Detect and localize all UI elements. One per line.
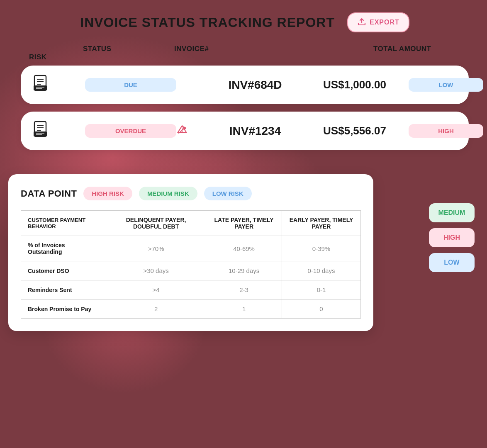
panel-header: DATA POINT HIGH RISK MEDIUM RISK LOW RIS… (21, 187, 361, 200)
cell-dso-medium: 10-29 days (206, 261, 282, 280)
cell-dso-low: 0-10 days (282, 261, 360, 280)
cell-reminders-medium: 2-3 (206, 280, 282, 299)
row-label-reminders: Reminders Sent (21, 280, 106, 299)
col-header-invoice: INVOICE# (174, 45, 373, 53)
export-button[interactable]: EXPORT (347, 12, 409, 32)
col-header-risk: RISK (29, 53, 83, 61)
invoice-amount-2: US$5,556.07 (301, 124, 409, 137)
th-medium: LATE PAYER, TIMELY PAYER (206, 211, 282, 236)
status-badge-due: DUE (85, 78, 176, 92)
cell-invoices-medium: 40-69% (206, 236, 282, 261)
column-headers: STATUS INVOICE# TOTAL AMOUNT RISK (21, 45, 469, 61)
cell-promise-high: 2 (106, 299, 206, 319)
escalation-icon (176, 124, 209, 138)
cell-reminders-low: 0-1 (282, 280, 360, 299)
invoice-number-2: INV#1234 (209, 124, 301, 138)
svg-rect-11 (34, 131, 47, 136)
right-badge-high: HIGH (429, 228, 475, 247)
row-label-promise: Broken Promise to Pay (21, 299, 106, 319)
risk-tag-high: HIGH RISK (83, 187, 132, 200)
table-row-promise: Broken Promise to Pay 2 1 0 (21, 299, 361, 319)
panel-title: DATA POINT (21, 188, 77, 199)
th-low: EARLY PAYER, TIMELY PAYER (282, 211, 360, 236)
risk-tag-low: LOW RISK (204, 187, 252, 200)
cell-invoices-low: 0-39% (282, 236, 360, 261)
th-high: DELINQUENT PAYER, DOUBFUL DEBT (106, 211, 206, 236)
svg-point-15 (182, 131, 183, 131)
page-title: INVOICE STATUS TRACKING REPORT (80, 15, 335, 30)
invoice-row-1: DUE INV#684D US$1,000.00 LOW (21, 66, 469, 104)
risk-badge-1: LOW (409, 78, 483, 92)
col-header-status: STATUS (83, 45, 174, 53)
data-table: CUSTOMER PAYMENT BEHAVIOR DELINQUENT PAY… (21, 210, 361, 319)
th-behavior: CUSTOMER PAYMENT BEHAVIOR (21, 211, 106, 236)
invoice-number-1: INV#684D (209, 78, 301, 92)
data-point-panel: DATA POINT HIGH RISK MEDIUM RISK LOW RIS… (8, 174, 373, 331)
right-badge-medium: MEDIUM (429, 203, 475, 222)
export-label: EXPORT (370, 19, 399, 26)
invoice-amount-1: US$1,000.00 (301, 78, 409, 91)
table-row-invoices: % of Invoices Outstanding >70% 40-69% 0-… (21, 236, 361, 261)
risk-tag-medium: MEDIUM RISK (139, 187, 197, 200)
invoice-icon-2 (31, 120, 85, 142)
invoice-icon-1 (31, 74, 85, 96)
table-row-reminders: Reminders Sent >4 2-3 0-1 (21, 280, 361, 299)
cell-promise-medium: 1 (206, 299, 282, 319)
row-label-invoices: % of Invoices Outstanding (21, 236, 106, 261)
cell-reminders-high: >4 (106, 280, 206, 299)
col-header-amount: TOTAL AMOUNT (373, 45, 448, 53)
status-badge-overdue: OVERDUE (85, 124, 176, 138)
export-cloud-icon (357, 17, 366, 27)
right-risk-badges: MEDIUM HIGH LOW (429, 203, 475, 272)
cell-dso-high: >30 days (106, 261, 206, 280)
table-row-dso: Customer DSO >30 days 10-29 days 0-10 da… (21, 261, 361, 280)
svg-rect-4 (34, 85, 47, 90)
invoice-row-2: OVERDUE INV#1234 US$5,556.07 HIGH (21, 112, 469, 150)
row-label-dso: Customer DSO (21, 261, 106, 280)
risk-badge-2: HIGH (409, 124, 483, 138)
cell-invoices-high: >70% (106, 236, 206, 261)
right-badge-low: LOW (429, 253, 475, 272)
cell-promise-low: 0 (282, 299, 360, 319)
